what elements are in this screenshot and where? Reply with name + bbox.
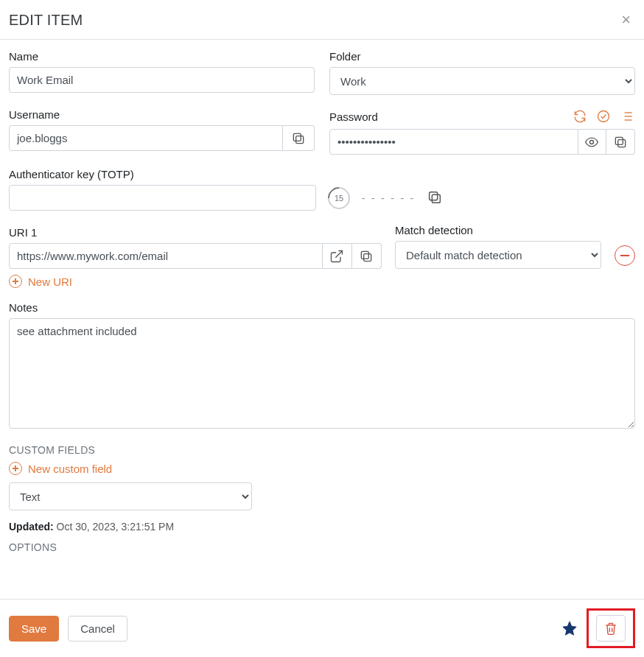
copy-uri-button[interactable] xyxy=(352,243,382,269)
notes-textarea[interactable] xyxy=(9,318,635,429)
copy-password-button[interactable] xyxy=(606,129,635,155)
copy-icon xyxy=(613,135,628,150)
cancel-button[interactable]: Cancel xyxy=(68,616,127,642)
name-input[interactable] xyxy=(9,67,315,93)
password-input[interactable] xyxy=(329,129,578,155)
svg-point-9 xyxy=(590,140,594,144)
username-label: Username xyxy=(9,108,315,121)
password-label: Password xyxy=(329,110,378,123)
svg-rect-15 xyxy=(362,251,369,259)
svg-rect-1 xyxy=(293,133,301,141)
svg-point-2 xyxy=(598,111,609,122)
favorite-star-button[interactable] xyxy=(561,620,578,636)
updated-label: Updated: xyxy=(9,521,54,533)
copy-totp-button[interactable] xyxy=(427,189,444,207)
generate-password-button[interactable] xyxy=(572,108,588,124)
new-uri-label: New URI xyxy=(28,275,72,288)
svg-rect-10 xyxy=(618,139,626,147)
name-label: Name xyxy=(9,50,315,63)
totp-code: - - - - - - xyxy=(362,192,416,204)
modal-header: EDIT ITEM × xyxy=(0,0,644,39)
match-detection-label: Match detection xyxy=(395,224,601,236)
updated-row: Updated: Oct 30, 2023, 3:21:51 PM xyxy=(9,521,635,533)
toggle-password-visibility-button[interactable] xyxy=(578,129,607,155)
svg-rect-0 xyxy=(296,136,304,143)
launch-uri-button[interactable] xyxy=(323,243,352,269)
trash-icon xyxy=(603,620,618,636)
plus-circle-icon xyxy=(9,275,22,288)
svg-rect-14 xyxy=(364,253,371,261)
uri1-input[interactable] xyxy=(9,243,323,269)
copy-icon xyxy=(359,249,374,264)
folder-select[interactable]: Work xyxy=(329,67,635,95)
save-button[interactable]: Save xyxy=(9,616,59,642)
modal-title: EDIT ITEM xyxy=(9,12,83,29)
remove-uri-button[interactable] xyxy=(615,245,635,266)
copy-icon xyxy=(427,189,443,205)
totp-timer: 15 xyxy=(323,182,354,213)
delete-highlight xyxy=(587,608,635,648)
notes-label: Notes xyxy=(9,301,635,314)
uri1-label: URI 1 xyxy=(9,226,382,239)
svg-rect-12 xyxy=(433,194,441,203)
modal-body: Name Folder Work Username xyxy=(0,39,644,599)
new-custom-field-button[interactable]: New custom field xyxy=(9,462,635,475)
check-circle-icon xyxy=(596,109,611,124)
folder-label: Folder xyxy=(329,50,635,63)
new-uri-button[interactable]: New URI xyxy=(9,275,635,288)
external-link-icon xyxy=(329,249,344,264)
close-icon[interactable]: × xyxy=(617,12,635,28)
edit-item-modal: EDIT ITEM × Name Folder Work Username xyxy=(0,0,644,657)
delete-button[interactable] xyxy=(596,615,626,642)
plus-circle-icon xyxy=(9,462,22,475)
new-custom-field-label: New custom field xyxy=(28,463,112,475)
copy-username-button[interactable] xyxy=(283,125,315,151)
check-password-button[interactable] xyxy=(595,108,612,124)
password-options-button[interactable] xyxy=(619,108,635,124)
auth-key-input[interactable] xyxy=(9,185,316,211)
custom-fields-heading: CUSTOM FIELDS xyxy=(9,444,635,456)
list-icon xyxy=(620,109,634,124)
refresh-icon xyxy=(573,109,587,124)
match-detection-select[interactable]: Default match detection xyxy=(395,241,601,269)
eye-icon xyxy=(584,135,599,150)
username-input[interactable] xyxy=(9,125,283,151)
copy-icon xyxy=(291,131,306,146)
custom-field-type-select[interactable]: Text xyxy=(9,482,252,510)
options-heading: OPTIONS xyxy=(9,541,635,553)
svg-rect-11 xyxy=(615,137,623,144)
updated-value: Oct 30, 2023, 3:21:51 PM xyxy=(57,521,175,533)
svg-rect-13 xyxy=(430,192,438,200)
modal-footer: Save Cancel xyxy=(0,599,644,657)
auth-key-label: Authenticator key (TOTP) xyxy=(9,168,635,180)
